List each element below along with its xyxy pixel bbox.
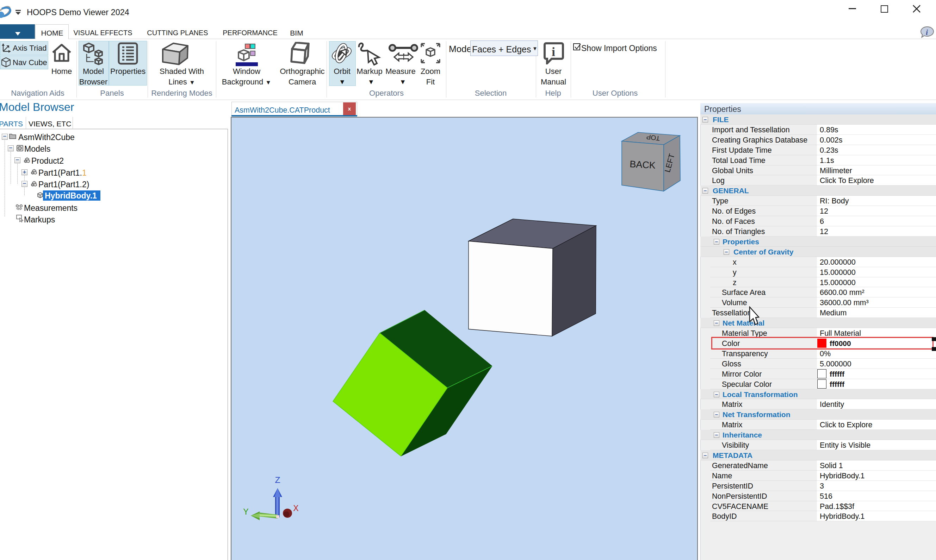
svg-text:Z: Z [275,475,281,486]
svg-text:Y: Y [243,507,249,517]
svg-text:i: i [926,28,928,37]
svg-text:i: i [552,45,555,59]
svg-text:BACK: BACK [629,159,656,171]
svg-text:X: X [293,503,299,514]
